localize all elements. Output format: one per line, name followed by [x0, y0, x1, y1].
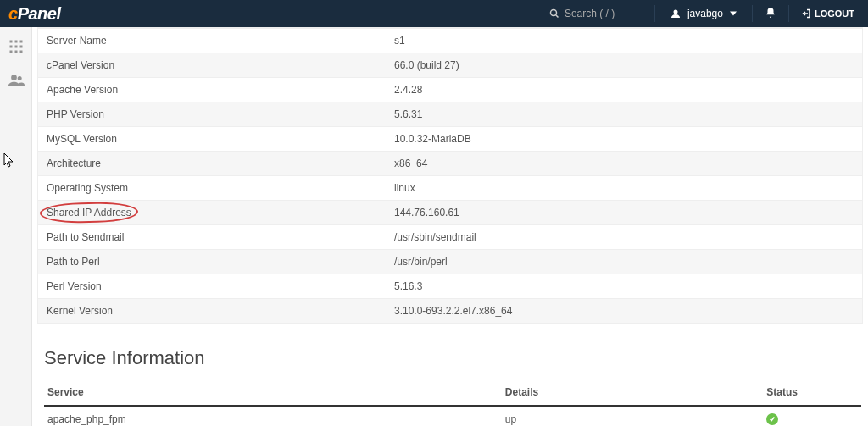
- info-row: Server Names1: [38, 29, 862, 53]
- service-name: apache_php_fpm: [44, 406, 502, 426]
- svg-point-2: [673, 10, 677, 14]
- svg-point-0: [550, 10, 556, 16]
- svg-rect-6: [19, 41, 22, 43]
- info-key: Shared IP Address: [38, 201, 386, 225]
- info-key: cPanel Version: [38, 53, 386, 78]
- search-input[interactable]: [565, 8, 641, 19]
- info-key: Apache Version: [38, 78, 386, 102]
- info-value: 3.10.0-693.2.2.el7.x86_64: [386, 299, 862, 324]
- server-info-box: Server Names1cPanel Version66.0 (build 2…: [37, 27, 863, 324]
- status-ok-icon: [766, 413, 778, 425]
- svg-point-14: [17, 76, 21, 80]
- info-row: Shared IP Address144.76.160.61: [38, 201, 862, 225]
- username-label: javabgo: [687, 8, 723, 19]
- svg-point-13: [11, 75, 17, 80]
- server-info-table: Server Names1cPanel Version66.0 (build 2…: [38, 28, 862, 323]
- info-value: linux: [386, 176, 862, 201]
- info-value: 2.4.28: [386, 78, 862, 102]
- user-icon: [670, 8, 681, 19]
- info-key: Path to Perl: [38, 250, 386, 274]
- service-details: up: [502, 406, 763, 426]
- info-value: 144.76.160.61: [386, 201, 862, 225]
- svg-rect-10: [9, 51, 12, 53]
- svc-header-details: Details: [502, 379, 763, 406]
- info-row: Path to Perl/usr/bin/perl: [38, 250, 862, 274]
- svg-line-1: [555, 15, 558, 18]
- svg-rect-4: [9, 41, 12, 43]
- sidebar: [0, 27, 32, 426]
- info-row: cPanel Version66.0 (build 27): [38, 53, 862, 78]
- notifications-button[interactable]: [753, 7, 788, 21]
- service-info-table: Service Details Status apache_php_fpmup: [44, 379, 861, 426]
- info-key: Perl Version: [38, 274, 386, 299]
- svc-header-service: Service: [44, 379, 502, 406]
- info-key: Kernel Version: [38, 299, 386, 324]
- service-row: apache_php_fpmup: [44, 406, 861, 426]
- caret-down-icon: [730, 10, 737, 17]
- user-menu[interactable]: javabgo: [655, 8, 752, 19]
- search-icon: [549, 8, 559, 19]
- cpanel-logo[interactable]: cPanel: [8, 4, 60, 24]
- svg-rect-11: [14, 51, 17, 53]
- info-row: Kernel Version3.10.0-693.2.2.el7.x86_64: [38, 299, 862, 324]
- info-value: /usr/sbin/sendmail: [386, 225, 862, 250]
- logout-button[interactable]: LOGOUT: [789, 8, 860, 19]
- highlighted-label: Shared IP Address: [47, 207, 131, 219]
- svg-rect-9: [19, 46, 22, 48]
- info-row: Perl Version5.16.3: [38, 274, 862, 299]
- service-info-title: Service Information: [44, 347, 863, 369]
- info-row: PHP Version5.6.31: [38, 102, 862, 127]
- logout-icon: [801, 8, 811, 19]
- info-key: Architecture: [38, 152, 386, 176]
- info-row: MySQL Version10.0.32-MariaDB: [38, 127, 862, 152]
- info-key: MySQL Version: [38, 127, 386, 152]
- info-key: Path to Sendmail: [38, 225, 386, 250]
- info-value: 5.6.31: [386, 102, 862, 127]
- svc-header-status: Status: [763, 379, 861, 406]
- info-value: 10.0.32-MariaDB: [386, 127, 862, 152]
- top-bar: cPanel javabgo: [0, 0, 868, 27]
- info-value: /usr/bin/perl: [386, 250, 862, 274]
- svg-rect-12: [19, 51, 22, 53]
- info-value: 66.0 (build 27): [386, 53, 862, 78]
- sidebar-item-apps[interactable]: [8, 39, 24, 57]
- main-content: Server Names1cPanel Version66.0 (build 2…: [32, 27, 868, 426]
- info-value: s1: [386, 29, 862, 53]
- service-status: [763, 406, 861, 426]
- info-key: Operating System: [38, 176, 386, 201]
- sidebar-item-users[interactable]: [8, 72, 25, 91]
- info-key: PHP Version: [38, 102, 386, 127]
- svg-rect-8: [14, 46, 17, 48]
- info-key: Server Name: [38, 29, 386, 53]
- logout-label: LOGOUT: [815, 8, 854, 19]
- search-box[interactable]: [536, 8, 654, 19]
- info-row: Operating Systemlinux: [38, 176, 862, 201]
- bell-icon: [765, 7, 776, 19]
- info-value: x86_64: [386, 152, 862, 176]
- svg-rect-5: [14, 41, 17, 43]
- info-value: 5.16.3: [386, 274, 862, 299]
- top-right-controls: javabgo LOGOUT: [536, 5, 860, 22]
- info-row: Architecturex86_64: [38, 152, 862, 176]
- info-row: Apache Version2.4.28: [38, 78, 862, 102]
- svg-rect-7: [9, 46, 12, 48]
- body: Server Names1cPanel Version66.0 (build 2…: [0, 27, 868, 426]
- info-row: Path to Sendmail/usr/sbin/sendmail: [38, 225, 862, 250]
